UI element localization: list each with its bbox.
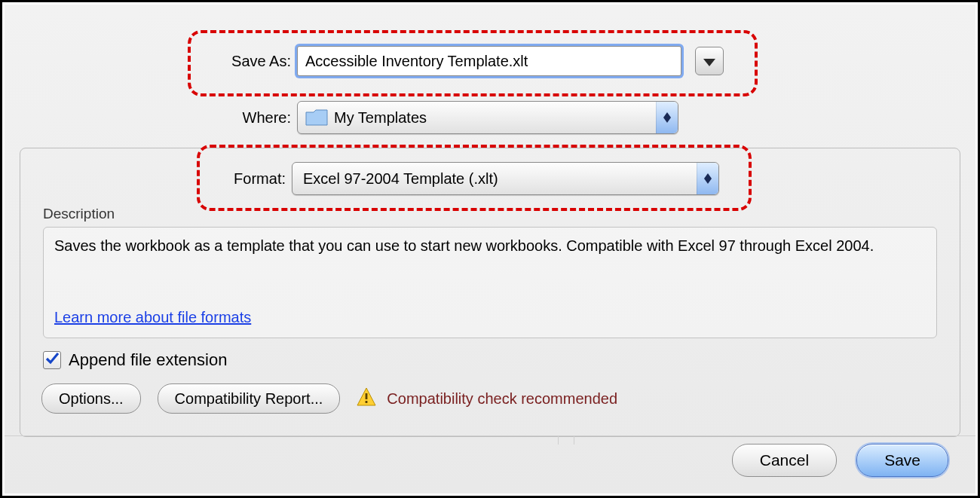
description-box: Saves the workbook as a template that yo… — [43, 227, 937, 338]
format-value: Excel 97-2004 Template (.xlt) — [292, 170, 498, 188]
svg-marker-1 — [663, 112, 671, 118]
where-popup[interactable]: My Templates — [297, 101, 678, 134]
svg-marker-0 — [703, 59, 715, 66]
up-down-arrows-icon — [656, 102, 678, 133]
options-button-label: Options... — [59, 390, 124, 408]
format-label: Format: — [20, 170, 292, 188]
svg-marker-4 — [704, 179, 712, 184]
options-row: Options... Compatibility Report... Compa… — [41, 383, 617, 414]
expand-save-panel-button[interactable] — [695, 47, 724, 75]
checkmark-icon — [45, 350, 59, 370]
separator — [5, 435, 975, 436]
compat-button-label: Compatibility Report... — [175, 390, 323, 408]
dialog-buttons: Cancel Save — [732, 444, 948, 477]
chevron-down-icon — [703, 53, 715, 70]
svg-rect-6 — [366, 393, 368, 399]
up-down-arrows-icon — [697, 163, 718, 194]
svg-marker-3 — [704, 173, 712, 179]
learn-more-link[interactable]: Learn more about file formats — [54, 307, 251, 328]
append-extension-row: Append file extension — [43, 350, 227, 370]
save-as-label: Save As: — [5, 53, 297, 70]
description-text: Saves the workbook as a template that yo… — [54, 237, 874, 254]
format-group: Format: Excel 97-2004 Template (.xlt) De… — [20, 148, 960, 437]
save-dialog: Save As: Where: My Templates — [5, 5, 975, 493]
where-row: Where: My Templates — [5, 101, 975, 134]
warning-icon — [357, 387, 376, 411]
options-button[interactable]: Options... — [41, 383, 141, 414]
where-label: Where: — [5, 109, 297, 127]
save-button-label: Save — [884, 451, 920, 469]
save-button[interactable]: Save — [856, 444, 948, 477]
compatibility-warning: Compatibility check recommended — [357, 387, 617, 411]
folder-icon — [305, 108, 328, 127]
append-extension-label: Append file extension — [69, 350, 227, 370]
cancel-button[interactable]: Cancel — [732, 444, 837, 477]
compatibility-warning-text: Compatibility check recommended — [387, 390, 617, 408]
append-extension-checkbox[interactable] — [43, 351, 61, 369]
format-row: Format: Excel 97-2004 Template (.xlt) — [20, 162, 960, 195]
svg-rect-7 — [366, 401, 368, 403]
description-heading: Description — [43, 206, 115, 222]
svg-marker-2 — [663, 118, 671, 123]
cancel-button-label: Cancel — [760, 451, 809, 469]
compatibility-report-button[interactable]: Compatibility Report... — [158, 383, 341, 414]
format-popup[interactable]: Excel 97-2004 Template (.xlt) — [292, 162, 719, 195]
save-as-row: Save As: — [5, 46, 975, 76]
filename-input[interactable] — [297, 46, 681, 76]
